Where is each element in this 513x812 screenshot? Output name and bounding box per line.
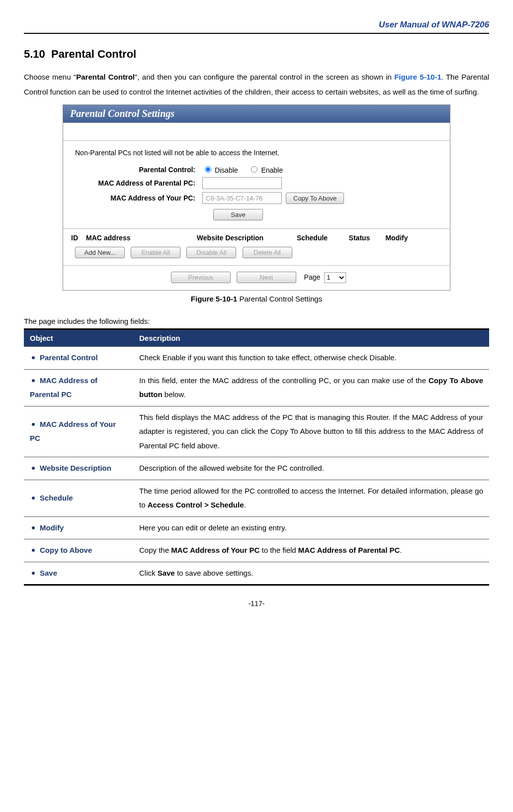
object-cell: Parental Control <box>24 347 133 370</box>
desc-text: below. <box>163 390 186 399</box>
radio-disable[interactable]: Disable <box>202 166 238 174</box>
desc-text: Here you can edit or delete an existing … <box>139 523 287 532</box>
table-row: MAC Address of Parental PCIn this field,… <box>24 369 489 406</box>
intro-text: Choose menu " <box>24 73 76 81</box>
bullet-icon <box>32 549 35 552</box>
desc-bold: MAC Address of Your PC <box>171 546 259 554</box>
label-parental-control: Parental Control: <box>73 166 202 174</box>
description-cell: Copy the MAC Address of Your PC to the f… <box>133 539 489 562</box>
radio-disable-input[interactable] <box>205 166 211 173</box>
label-mac-your: MAC Address of Your PC: <box>73 194 202 202</box>
object-cell: Modify <box>24 516 133 539</box>
description-cell: Description of the allowed website for t… <box>133 457 489 480</box>
object-label: Copy to Above <box>40 546 92 554</box>
object-label: Modify <box>40 523 64 532</box>
screenshot-figure: Parental Control Settings Non-Parental P… <box>63 104 450 291</box>
bullet-icon <box>32 379 35 382</box>
object-label: Schedule <box>40 494 73 502</box>
doc-header: User Manual of WNAP-7206 <box>24 20 489 33</box>
object-label: Save <box>40 569 57 577</box>
radio-enable-label: Enable <box>261 166 283 174</box>
radio-disable-label: Disable <box>215 166 238 174</box>
col-status: Status <box>340 234 379 242</box>
description-cell: The time period allowed for the PC contr… <box>133 480 489 516</box>
panel-note: Non-Parental PCs not listed will not be … <box>75 149 440 157</box>
fields-intro: The page includes the following fields: <box>24 317 489 325</box>
description-cell: This field displays the MAC address of t… <box>133 406 489 457</box>
col-mac: MAC address <box>86 234 175 242</box>
desc-bold: Access Control > Schedule <box>148 501 244 509</box>
col-id: ID <box>71 234 86 242</box>
th-object: Object <box>24 329 133 347</box>
input-mac-your[interactable] <box>202 192 282 204</box>
input-mac-parental[interactable] <box>202 177 282 189</box>
label-mac-parental: MAC Address of Parental PC: <box>73 179 202 187</box>
page-select[interactable]: 1 <box>324 272 346 283</box>
bullet-icon <box>32 526 35 529</box>
object-label: Website Description <box>40 464 111 472</box>
intro-text: ", and then you can configure the parent… <box>135 73 394 81</box>
table-row: Parental ControlCheck Enable if you want… <box>24 347 489 370</box>
object-label: MAC Address of Parental PC <box>30 376 97 399</box>
bullet-icon <box>32 467 35 470</box>
table-row: ScheduleThe time period allowed for the … <box>24 480 489 516</box>
description-cell: Here you can edit or delete an existing … <box>133 516 489 539</box>
delete-all-button[interactable]: Delete All <box>243 247 292 258</box>
object-cell: Copy to Above <box>24 539 133 562</box>
desc-text: to the field <box>259 546 298 554</box>
table-row: ModifyHere you can edit or delete an exi… <box>24 516 489 539</box>
add-new-button[interactable]: Add New... <box>75 247 125 258</box>
radio-enable[interactable]: Enable <box>249 166 282 174</box>
intro-bold: Parental Control <box>76 73 135 81</box>
bullet-icon <box>32 423 35 426</box>
panel-title: Parental Control Settings <box>63 105 450 123</box>
save-button[interactable]: Save <box>213 209 263 220</box>
figure-ref-link: Figure 5-10-1 <box>394 73 441 81</box>
desc-text: This field displays the MAC address of t… <box>139 413 483 450</box>
section-number: 5.10 <box>24 48 45 60</box>
table-row: MAC Address of Your PCThis field display… <box>24 406 489 457</box>
list-header-row: ID MAC address Website Description Sched… <box>63 228 450 245</box>
bullet-icon <box>32 572 35 575</box>
description-cell: In this field, enter the MAC address of … <box>133 369 489 406</box>
desc-text: Copy the <box>139 546 171 554</box>
table-row: Website DescriptionDescription of the al… <box>24 457 489 480</box>
pager: Previous Next Page 1 <box>63 266 450 290</box>
figure-caption: Figure 5-10-1 Parental Control Settings <box>24 295 489 303</box>
object-cell: Schedule <box>24 480 133 516</box>
page-number: -117- <box>24 600 489 608</box>
header-rule <box>24 33 489 34</box>
object-label: Parental Control <box>40 353 98 362</box>
figure-caption-text: Parental Control Settings <box>237 295 322 303</box>
disable-all-button[interactable]: Disable All <box>186 247 236 258</box>
object-cell: Website Description <box>24 457 133 480</box>
object-cell: MAC Address of Parental PC <box>24 369 133 406</box>
table-row: Copy to AboveCopy the MAC Address of You… <box>24 539 489 562</box>
radio-group-parental-control: Disable Enable <box>202 165 292 174</box>
object-cell: Save <box>24 562 133 585</box>
description-cell: Click Save to save above settings. <box>133 562 489 585</box>
object-cell: MAC Address of Your PC <box>24 406 133 457</box>
next-button[interactable]: Next <box>237 272 296 283</box>
desc-bold: Save <box>158 569 175 577</box>
bullet-icon <box>32 497 35 500</box>
section-title: 5.10 Parental Control <box>24 48 489 61</box>
bullet-icon <box>32 356 35 359</box>
desc-text: Click <box>139 569 158 577</box>
page-label: Page <box>304 273 321 281</box>
copy-to-above-button[interactable]: Copy To Above <box>286 193 344 204</box>
enable-all-button[interactable]: Enable All <box>131 247 180 258</box>
desc-text: Check Enable if you want this function t… <box>139 353 397 362</box>
figure-caption-bold: Figure 5-10-1 <box>191 295 237 303</box>
intro-paragraph: Choose menu "Parental Control", and then… <box>24 70 489 100</box>
radio-enable-input[interactable] <box>251 166 257 173</box>
desc-text: . <box>400 546 402 554</box>
panel-blank-row <box>63 123 450 141</box>
col-modify: Modify <box>379 234 414 242</box>
previous-button[interactable]: Previous <box>171 272 231 283</box>
th-description: Description <box>133 329 489 347</box>
object-label: MAC Address of Your PC <box>30 420 116 443</box>
description-table: Object Description Parental ControlCheck… <box>24 328 489 586</box>
desc-text: . <box>244 501 246 509</box>
col-website: Website Description <box>175 234 285 242</box>
